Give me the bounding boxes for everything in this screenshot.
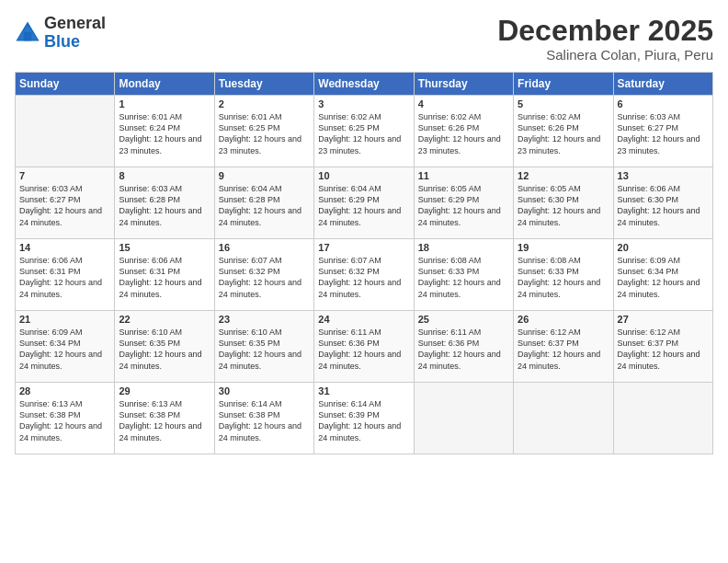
daylight-text: Daylight: 12 hours and 24 minutes. <box>219 278 301 298</box>
day-number: 23 <box>219 314 310 325</box>
day-number: 19 <box>518 242 609 253</box>
col-wednesday: Wednesday <box>314 73 414 96</box>
daylight-text: Daylight: 12 hours and 24 minutes. <box>518 350 600 370</box>
day-info: Sunrise: 6:01 AM Sunset: 6:24 PM Dayligh… <box>119 111 210 156</box>
sunset-text: Sunset: 6:34 PM <box>618 267 679 276</box>
daylight-text: Daylight: 12 hours and 23 minutes. <box>219 134 301 155</box>
daylight-text: Daylight: 12 hours and 24 minutes. <box>219 206 301 226</box>
day-info: Sunrise: 6:13 AM Sunset: 6:38 PM Dayligh… <box>119 398 210 443</box>
calendar-cell: 26 Sunrise: 6:12 AM Sunset: 6:37 PM Dayl… <box>514 311 613 383</box>
sunrise-text: Sunrise: 6:12 AM <box>618 327 681 337</box>
calendar-cell: 5 Sunrise: 6:02 AM Sunset: 6:26 PM Dayli… <box>514 96 613 167</box>
day-info: Sunrise: 6:10 AM Sunset: 6:35 PM Dayligh… <box>219 327 310 372</box>
sunset-text: Sunset: 6:38 PM <box>119 410 180 419</box>
sunset-text: Sunset: 6:37 PM <box>618 339 679 348</box>
day-number: 16 <box>219 242 310 253</box>
calendar-cell: 11 Sunrise: 6:05 AM Sunset: 6:29 PM Dayl… <box>414 167 513 239</box>
logo-text: General Blue <box>44 15 106 52</box>
day-number: 27 <box>618 314 709 325</box>
sunset-text: Sunset: 6:37 PM <box>518 339 579 348</box>
daylight-text: Daylight: 12 hours and 24 minutes. <box>119 421 201 442</box>
day-info: Sunrise: 6:07 AM Sunset: 6:32 PM Dayligh… <box>219 255 310 300</box>
sunrise-text: Sunrise: 6:14 AM <box>219 399 282 408</box>
daylight-text: Daylight: 12 hours and 23 minutes. <box>119 134 201 155</box>
sunrise-text: Sunrise: 6:06 AM <box>618 184 681 193</box>
day-number: 3 <box>318 98 409 109</box>
day-number: 29 <box>119 385 210 396</box>
sunset-text: Sunset: 6:36 PM <box>418 339 480 348</box>
sunrise-text: Sunrise: 6:03 AM <box>119 184 182 193</box>
sunrise-text: Sunrise: 6:03 AM <box>19 184 83 193</box>
day-info: Sunrise: 6:04 AM Sunset: 6:28 PM Dayligh… <box>219 183 310 228</box>
daylight-text: Daylight: 12 hours and 24 minutes. <box>318 278 401 298</box>
day-number: 7 <box>19 170 110 181</box>
day-info: Sunrise: 6:06 AM Sunset: 6:31 PM Dayligh… <box>19 255 110 300</box>
calendar-cell <box>613 383 712 454</box>
calendar-cell: 17 Sunrise: 6:07 AM Sunset: 6:32 PM Dayl… <box>314 239 414 311</box>
page: General Blue December 2025 Salinera Cola… <box>0 0 728 563</box>
calendar-week-3: 14 Sunrise: 6:06 AM Sunset: 6:31 PM Dayl… <box>16 239 713 311</box>
logo-blue-text: Blue <box>44 33 106 52</box>
day-info: Sunrise: 6:14 AM Sunset: 6:39 PM Dayligh… <box>318 398 409 443</box>
col-thursday: Thursday <box>414 73 513 96</box>
day-info: Sunrise: 6:02 AM Sunset: 6:25 PM Dayligh… <box>318 111 409 156</box>
sunset-text: Sunset: 6:26 PM <box>518 123 579 132</box>
daylight-text: Daylight: 12 hours and 24 minutes. <box>618 278 700 298</box>
daylight-text: Daylight: 12 hours and 24 minutes. <box>318 421 401 442</box>
calendar-cell: 12 Sunrise: 6:05 AM Sunset: 6:30 PM Dayl… <box>514 167 613 239</box>
sunrise-text: Sunrise: 6:13 AM <box>19 399 83 408</box>
day-number: 11 <box>418 170 509 181</box>
sunrise-text: Sunrise: 6:02 AM <box>318 112 381 121</box>
daylight-text: Daylight: 12 hours and 24 minutes. <box>418 278 501 298</box>
day-info: Sunrise: 6:08 AM Sunset: 6:33 PM Dayligh… <box>418 255 509 300</box>
day-number: 24 <box>318 314 409 325</box>
day-number: 31 <box>318 385 409 396</box>
day-info: Sunrise: 6:10 AM Sunset: 6:35 PM Dayligh… <box>119 327 210 372</box>
calendar-cell: 21 Sunrise: 6:09 AM Sunset: 6:34 PM Dayl… <box>16 311 115 383</box>
col-saturday: Saturday <box>613 73 712 96</box>
sunrise-text: Sunrise: 6:12 AM <box>518 327 581 337</box>
sunrise-text: Sunrise: 6:08 AM <box>518 256 581 265</box>
sunset-text: Sunset: 6:25 PM <box>318 123 380 132</box>
sunset-text: Sunset: 6:29 PM <box>418 195 480 204</box>
calendar-cell: 30 Sunrise: 6:14 AM Sunset: 6:38 PM Dayl… <box>214 383 313 454</box>
daylight-text: Daylight: 12 hours and 24 minutes. <box>19 350 102 370</box>
day-info: Sunrise: 6:14 AM Sunset: 6:38 PM Dayligh… <box>219 398 310 443</box>
day-info: Sunrise: 6:06 AM Sunset: 6:31 PM Dayligh… <box>119 255 210 300</box>
sunset-text: Sunset: 6:31 PM <box>19 267 81 276</box>
sunset-text: Sunset: 6:28 PM <box>119 195 180 204</box>
daylight-text: Daylight: 12 hours and 23 minutes. <box>418 134 501 155</box>
calendar-cell: 14 Sunrise: 6:06 AM Sunset: 6:31 PM Dayl… <box>16 239 115 311</box>
calendar-cell: 23 Sunrise: 6:10 AM Sunset: 6:35 PM Dayl… <box>214 311 313 383</box>
svg-rect-2 <box>24 31 31 40</box>
logo-icon <box>15 20 40 46</box>
day-info: Sunrise: 6:11 AM Sunset: 6:36 PM Dayligh… <box>318 327 409 372</box>
logo-general-text: General <box>44 15 106 33</box>
sunrise-text: Sunrise: 6:09 AM <box>618 256 681 265</box>
calendar-cell: 24 Sunrise: 6:11 AM Sunset: 6:36 PM Dayl… <box>314 311 414 383</box>
calendar-cell: 19 Sunrise: 6:08 AM Sunset: 6:33 PM Dayl… <box>514 239 613 311</box>
day-info: Sunrise: 6:09 AM Sunset: 6:34 PM Dayligh… <box>618 255 709 300</box>
logo: General Blue <box>15 15 106 52</box>
calendar-cell: 31 Sunrise: 6:14 AM Sunset: 6:39 PM Dayl… <box>314 383 414 454</box>
sunset-text: Sunset: 6:32 PM <box>318 267 380 276</box>
sunrise-text: Sunrise: 6:10 AM <box>119 327 182 337</box>
sunset-text: Sunset: 6:38 PM <box>19 410 81 419</box>
sunset-text: Sunset: 6:30 PM <box>518 195 579 204</box>
day-info: Sunrise: 6:03 AM Sunset: 6:27 PM Dayligh… <box>618 111 709 156</box>
sunrise-text: Sunrise: 6:05 AM <box>418 184 482 193</box>
sunset-text: Sunset: 6:36 PM <box>318 339 380 348</box>
day-number: 17 <box>318 242 409 253</box>
day-number: 30 <box>219 385 310 396</box>
calendar-cell: 29 Sunrise: 6:13 AM Sunset: 6:38 PM Dayl… <box>115 383 214 454</box>
sunrise-text: Sunrise: 6:02 AM <box>418 112 482 121</box>
sunrise-text: Sunrise: 6:10 AM <box>219 327 282 337</box>
sunset-text: Sunset: 6:33 PM <box>518 267 579 276</box>
sunset-text: Sunset: 6:33 PM <box>418 267 480 276</box>
day-number: 12 <box>518 170 609 181</box>
day-number: 25 <box>418 314 509 325</box>
day-info: Sunrise: 6:09 AM Sunset: 6:34 PM Dayligh… <box>19 327 110 372</box>
day-number: 5 <box>518 98 609 109</box>
sunrise-text: Sunrise: 6:07 AM <box>219 256 282 265</box>
day-info: Sunrise: 6:04 AM Sunset: 6:29 PM Dayligh… <box>318 183 409 228</box>
